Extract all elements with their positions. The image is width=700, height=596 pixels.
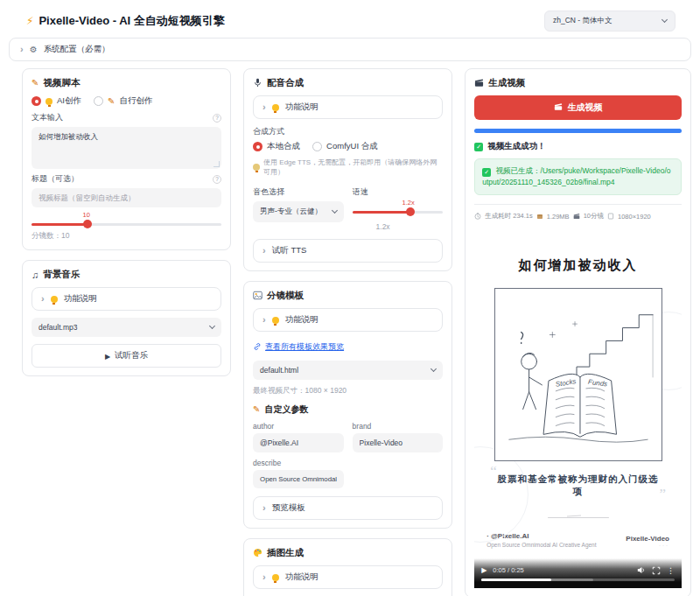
- clapper-icon: [474, 78, 484, 89]
- app-title-text: Pixelle-Video - AI 全自动短视频引擎: [38, 13, 224, 29]
- language-dropdown[interactable]: zh_CN - 简体中文: [544, 11, 676, 32]
- page-title: ⚡ Pixelle-Video - AI 全自动短视频引擎: [26, 13, 225, 29]
- describe-field-group: describe: [253, 459, 344, 488]
- system-config-accordion[interactable]: › ⚙ 系统配置（必需）: [9, 38, 691, 61]
- radio-unselected-icon[interactable]: [94, 96, 103, 106]
- radio-ai-create[interactable]: AI创作: [32, 95, 81, 107]
- system-config-label: 系统配置（必需）: [44, 44, 110, 55]
- palette-icon: [253, 548, 262, 559]
- speed-slider[interactable]: 1.2x: [353, 207, 444, 217]
- link-icon: [253, 339, 262, 354]
- chevron-down-icon: [662, 17, 668, 23]
- bgm-file-dropdown[interactable]: default.mp3: [32, 318, 221, 337]
- pencil-icon: ✎: [108, 97, 115, 106]
- bgm-title: ♫ 背景音乐: [32, 269, 221, 281]
- chevron-down-icon: [332, 207, 338, 214]
- view-all-templates-link[interactable]: 查看所有模板效果预览: [265, 341, 344, 353]
- chevron-down-icon: [430, 366, 437, 372]
- template-dropdown[interactable]: default.html: [253, 361, 443, 380]
- generation-stats: 生成耗时 234.1s 1.29MB 10分镜 1080×1920: [474, 212, 682, 221]
- slider-fill: [32, 223, 87, 226]
- storyboard-slider[interactable]: 10: [32, 219, 221, 229]
- play-icon: [105, 351, 110, 361]
- speed-slider-handle[interactable]: [406, 207, 415, 216]
- play-icon[interactable]: [481, 566, 486, 574]
- memo-icon: ✎: [32, 79, 38, 88]
- voice-select-label: 音色选择: [253, 186, 344, 198]
- chevron-right-icon: ›: [262, 572, 266, 582]
- fullscreen-icon[interactable]: [652, 566, 661, 575]
- illustration-card: 插图生成 › 功能说明 image_flux.json - Selfhost 宽…: [243, 538, 452, 596]
- divider: [474, 204, 682, 205]
- footer-dots: ···: [626, 543, 669, 548]
- main-columns: ✎ 视频脚本 AI创作 ✎ 自行创作 文本输入: [9, 68, 691, 596]
- voice-select-group: 音色选择 男声-专业（云健）: [253, 182, 344, 231]
- video-title-input[interactable]: [32, 188, 221, 207]
- voice-dropdown[interactable]: 男声-专业（云健）: [253, 201, 344, 222]
- video-progress-bar[interactable]: [481, 578, 675, 581]
- radio-selected-icon[interactable]: [32, 96, 41, 106]
- top-bar: ⚡ Pixelle-Video - AI 全自动短视频引擎 zh_CN - 简体…: [9, 5, 691, 38]
- radio-local-synthesis[interactable]: 本地合成: [253, 141, 300, 152]
- method-radios: 本地合成 ComfyUI 合成: [253, 141, 443, 152]
- open-quote-icon: “: [490, 463, 497, 480]
- success-message-box: 视频已生成：/Users/puke/Workspace/Pixelle-Vide…: [474, 158, 682, 195]
- music-icon: ♫: [32, 270, 38, 280]
- voice-speed-row: 音色选择 男声-专业（云健） 语速: [253, 182, 443, 231]
- storyboard-template-card: 分镜模板 › 功能说明 查看所有模板效果预览 default.html: [243, 281, 452, 529]
- sketch-divider: [548, 517, 609, 518]
- storyboard-count-text: 分镜数：10: [32, 231, 221, 242]
- app-root: ⚡ Pixelle-Video - AI 全自动短视频引擎 zh_CN - 简体…: [0, 0, 700, 596]
- final-size-hint: 最终视频尺寸：1080 × 1920: [253, 386, 443, 396]
- volume-icon[interactable]: [636, 565, 646, 575]
- radio-selected-icon[interactable]: [253, 142, 262, 151]
- video-controls-row: 0:05 / 0:25 ⋮: [481, 565, 675, 575]
- chevron-right-icon: ›: [262, 102, 266, 112]
- help-icon[interactable]: [213, 175, 221, 184]
- voice-help-accordion[interactable]: › 功能说明: [253, 95, 443, 119]
- bulb-icon: [272, 574, 279, 581]
- template-help-accordion[interactable]: › 功能说明: [253, 308, 443, 332]
- voice-synthesis-card: 配音合成 › 功能说明 合成方式 本地合成: [243, 68, 452, 271]
- illustration-help-accordion[interactable]: › 功能说明: [253, 565, 443, 589]
- check-icon: [482, 168, 491, 177]
- brand-input[interactable]: [353, 433, 444, 452]
- author-field-group: author: [253, 422, 344, 452]
- kebab-menu-icon[interactable]: ⋮: [667, 566, 675, 575]
- slider-fill: [353, 211, 409, 214]
- slide-title: 如何增加被动收入: [474, 257, 682, 274]
- memo-icon: ✎: [253, 405, 260, 414]
- illustration-title: 插图生成: [253, 547, 443, 559]
- slider-value: 10: [83, 211, 90, 219]
- footer-description: Open Source Omnimodal AI Creative Agent: [486, 542, 596, 548]
- radio-manual-create[interactable]: ✎ 自行创作: [94, 95, 152, 107]
- preview-music-button[interactable]: 试听音乐: [32, 344, 221, 368]
- footer-right: Pixelle-Video ···: [626, 535, 669, 548]
- speed-value-text: 1.2x: [376, 222, 444, 231]
- video-preview[interactable]: 如何增加被动收入: [474, 228, 682, 588]
- help-icon[interactable]: [213, 114, 221, 123]
- describe-input[interactable]: [253, 470, 344, 488]
- storyboard-slider-handle[interactable]: [83, 220, 92, 228]
- chevron-right-icon: ›: [262, 503, 266, 513]
- video-time: 0:05 / 0:25: [493, 566, 523, 574]
- chevron-down-icon: [209, 323, 215, 329]
- chevron-right-icon: ›: [41, 294, 45, 304]
- lightning-icon: ⚡: [26, 15, 33, 27]
- radio-comfyui-synthesis[interactable]: ComfyUI 合成: [312, 141, 378, 152]
- tts-preview-accordion[interactable]: › 试听 TTS: [253, 239, 443, 263]
- video-script-title: ✎ 视频脚本: [32, 77, 221, 89]
- generate-video-button[interactable]: 生成视频: [474, 95, 682, 120]
- bgm-help-accordion[interactable]: › 功能说明: [32, 287, 221, 311]
- radio-unselected-icon[interactable]: [312, 142, 322, 151]
- preview-template-accordion[interactable]: › 预览模板: [253, 496, 443, 520]
- author-input[interactable]: [253, 433, 344, 452]
- mic-icon: [253, 78, 262, 89]
- bgm-card: ♫ 背景音乐 › 功能说明 default.mp3 试听音乐: [22, 260, 231, 376]
- script-text-input[interactable]: 如何增加被动收入: [32, 127, 221, 169]
- column-middle: 配音合成 › 功能说明 合成方式 本地合成: [243, 68, 452, 596]
- package-icon: [536, 213, 543, 220]
- bulb-icon: [272, 104, 279, 111]
- footer-brand: Pixelle-Video: [626, 535, 669, 543]
- custom-params-fields: author brand describe: [253, 422, 443, 488]
